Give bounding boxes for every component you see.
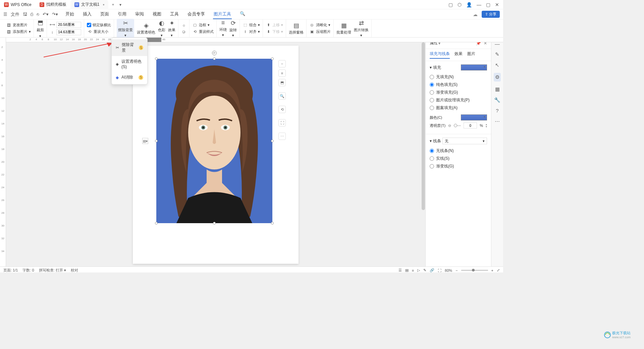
move-up-button[interactable]: ⬆上移 ▾ [266,22,283,28]
width-input[interactable] [56,22,81,28]
more-icon[interactable]: ⋯ [495,118,500,124]
style2-button[interactable]: ◶ [181,29,186,35]
color-picker-button[interactable] [461,114,487,120]
effects-button[interactable]: ✦效果▾ [168,19,175,38]
redo-icon[interactable]: ↷▾ [52,12,58,17]
radio-gradient-fill[interactable]: 渐变填充(G) [430,89,487,96]
radio-picture-fill[interactable]: 图片或纹理填充(P) [430,96,487,104]
view-icon-4[interactable]: ▷ [417,268,420,272]
help-icon[interactable]: ? [496,108,498,113]
zoom-value[interactable]: 80% [445,268,452,272]
new-tab-button[interactable]: + [108,2,117,7]
selected-image[interactable]: ⟳ ▤▾ − ≡ ⬒ 🔍 ⟲ ⛶ [156,59,272,223]
file-menu[interactable]: 文件 [11,11,19,17]
fit-icon[interactable]: ⛶ [438,268,441,272]
line-select[interactable]: 无▾ [442,138,487,144]
color-button[interactable]: ◐色彩▾ [158,19,165,38]
minimize-button[interactable]: — [477,2,481,7]
save-icon[interactable]: 🖫 [23,12,27,17]
batch-button[interactable]: ▦批量处理 [336,22,351,35]
tool-layout[interactable]: ≡ [278,69,286,77]
radio-no-fill[interactable]: 无填充(N) [430,73,487,81]
avatar-icon[interactable]: 👤 [466,2,472,7]
style1-button[interactable]: ☼ [181,22,186,28]
layout-options-button[interactable]: ▤▾ [142,138,148,144]
tab-insert[interactable]: 插入 [82,10,92,19]
tool-expand[interactable]: ⛶ [278,119,286,127]
cube-icon[interactable]: ⬡ [458,2,462,7]
opacity-slider[interactable] [454,125,461,126]
radio-no-line[interactable]: 无线条(N) [430,147,487,155]
cursor-icon[interactable]: ↖ [495,62,499,68]
tool-crop[interactable]: ⬒ [278,79,286,86]
tool-zoom[interactable]: 🔍 [278,92,286,100]
zoom-out-button[interactable]: − [455,268,458,272]
template-tab[interactable]: D 找稻壳模板 [36,0,70,9]
undo-icon[interactable]: ↶▾ [43,12,49,17]
resize-handle-ml[interactable] [155,140,158,142]
height-input[interactable] [56,29,81,35]
tab-picture-tools[interactable]: 图片工具 [213,10,232,19]
settings-icon[interactable]: ⚙ [494,73,501,82]
tab-more-button[interactable]: ▾ [117,2,123,7]
radio-solid-line[interactable]: 实线(S) [430,155,487,162]
document-tab[interactable]: W 文字文稿1 • [70,0,109,9]
radio-solid-fill[interactable]: 纯色填充(S) [430,81,487,89]
cloud-icon[interactable]: ☁ [473,12,478,17]
compress-button[interactable]: ▣压缩图片 [309,29,331,35]
radio-gradient-line[interactable]: 渐变线(G) [430,162,487,170]
tab-fill-line[interactable]: 填充与线条 [430,51,450,59]
dropdown-remove-bg[interactable]: ✂ 抠除背景 S [112,39,147,56]
tools-icon[interactable]: 🔧 [494,97,500,103]
zoom-in-button[interactable]: + [491,268,493,272]
resize-handle-bm[interactable] [213,222,216,225]
resize-handle-br[interactable] [271,222,274,225]
maximize-button[interactable]: ▢ [486,2,490,7]
rotate-button[interactable]: ⟳旋转▾ [229,19,237,38]
rotate-handle[interactable]: ⟳ [212,51,217,55]
view-icon-2[interactable]: ▤ [405,268,409,272]
word-count[interactable]: 字数: 0 [22,268,34,272]
tab-member[interactable]: 会员专享 [187,10,206,19]
radio-pattern-fill[interactable]: 图案填充(A) [430,104,487,112]
resize-handle-bl[interactable] [155,222,158,225]
lock-ratio-checkbox[interactable]: 锁定纵横比 [87,22,111,28]
view-icon-3[interactable]: ≡ [412,268,414,272]
spell-check[interactable]: 拼写检查: 打开 ▾ [39,268,66,272]
wrap-button[interactable]: ≡环绕▾ [219,19,227,37]
view-icon-6[interactable]: 🔗 [430,268,434,272]
remove-bg-button[interactable]: ✂抠除背景 ▾ [117,19,134,38]
move-down-button[interactable]: ⬇下移 ▾ [266,29,283,35]
select-pane-button[interactable]: ▤选择窗格 [289,22,304,35]
tool-minus[interactable]: − [278,60,286,67]
change-picture-button[interactable]: 🖼更改图片 [6,22,31,28]
search-icon[interactable]: 🔍 [239,10,246,19]
border-button[interactable]: ▢边框 ▾ [192,22,214,28]
opacity-input[interactable] [464,122,477,129]
tab-references[interactable]: 引用 [117,10,127,19]
reset-style-button[interactable]: ⟲重设样式 [192,29,214,35]
page-indicator[interactable]: 页面: 1/1 [3,268,18,272]
line-title[interactable]: ▾线条 无▾ [430,138,487,144]
tool-more[interactable]: ⋯ [278,133,286,140]
proofing[interactable]: 校对 [71,268,78,272]
tab-picture[interactable]: 图片 [467,51,475,59]
edit-icon[interactable]: ✎ [495,51,499,57]
gallery-icon[interactable]: ▦ [495,86,500,92]
vertical-scrollbar[interactable] [421,42,425,266]
align-button[interactable]: ⫴对齐 ▾ [243,29,260,35]
print-preview-icon[interactable]: ⎋ [37,12,39,17]
reset-size-button[interactable]: ⟲重设大小 [87,29,111,34]
tool-reset[interactable]: ⟲ [278,106,286,113]
tab-page[interactable]: 页面 [100,10,110,19]
view-icon-5[interactable]: ✎ [423,268,426,272]
tab-review[interactable]: 审阅 [135,10,145,19]
share-button[interactable]: ⇪ 分享 [482,11,500,18]
tab-home[interactable]: 开始 [65,10,75,19]
print-icon[interactable]: ⎙ [31,12,33,17]
resize-handle-mr[interactable] [271,140,274,142]
combine-button[interactable]: ⬚组合 ▾ [243,22,260,28]
resize-handle-tl[interactable] [155,57,158,60]
set-transparent-button[interactable]: ◈设置透明色 [137,22,155,35]
tab-tools[interactable]: 工具 [169,10,179,19]
